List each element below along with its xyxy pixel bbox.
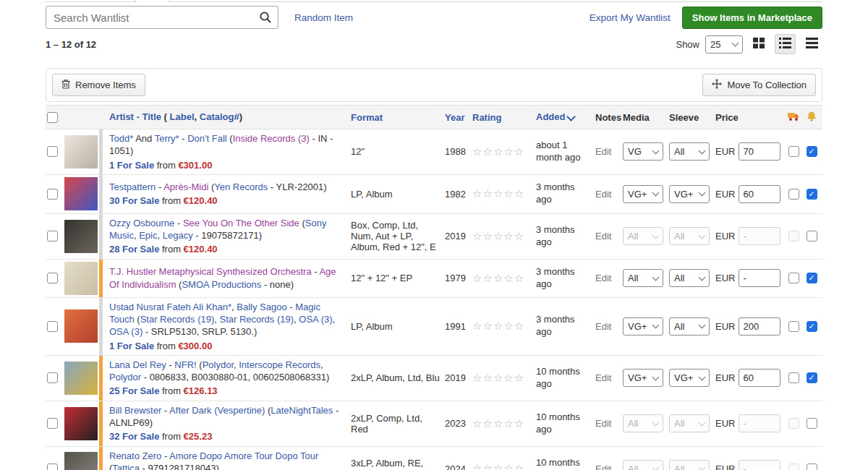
notify-checkbox[interactable]: [807, 231, 817, 242]
release-link[interactable]: SMOA Productions: [182, 279, 261, 290]
edit-notes-link[interactable]: Edit: [595, 146, 611, 157]
select-all-checkbox[interactable]: [47, 112, 58, 123]
release-link[interactable]: Star Records (19): [219, 314, 294, 325]
rating-stars[interactable]: ☆☆☆☆☆: [472, 145, 524, 158]
row-checkbox[interactable]: [47, 418, 58, 429]
release-link[interactable]: Tattica: [112, 463, 140, 470]
release-thumbnail[interactable]: [64, 452, 98, 470]
max-price-input[interactable]: [739, 269, 780, 287]
row-checkbox[interactable]: [47, 273, 58, 283]
grid-view-button[interactable]: [749, 34, 769, 54]
sort-label[interactable]: Label: [170, 111, 195, 122]
rating-stars[interactable]: ☆☆☆☆☆: [472, 187, 524, 200]
release-thumbnail[interactable]: [64, 220, 98, 253]
shipping-checkbox[interactable]: [788, 146, 799, 157]
notify-checkbox[interactable]: [807, 321, 817, 332]
row-checkbox[interactable]: [47, 189, 58, 200]
visited-release-link[interactable]: Inside Records (3): [233, 133, 310, 144]
release-link[interactable]: Ozzy Osbourne: [109, 218, 174, 228]
sleeve-condition-select[interactable]: All: [669, 269, 710, 287]
shipping-checkbox[interactable]: [788, 273, 799, 283]
notify-checkbox[interactable]: [807, 463, 817, 470]
rating-stars[interactable]: ☆☆☆☆☆: [472, 462, 524, 470]
release-link[interactable]: NFR!: [174, 359, 196, 370]
notify-checkbox[interactable]: [807, 372, 817, 383]
sort-catalog[interactable]: Catalog#: [200, 111, 239, 122]
rating-stars[interactable]: ☆☆☆☆☆: [472, 230, 524, 243]
notify-checkbox[interactable]: [807, 189, 817, 200]
edit-notes-link[interactable]: Edit: [595, 231, 611, 242]
row-checkbox[interactable]: [47, 463, 58, 470]
edit-notes-link[interactable]: Edit: [595, 273, 611, 283]
sleeve-condition-select[interactable]: VG+: [669, 369, 710, 387]
sleeve-condition-select[interactable]: All: [669, 317, 710, 336]
release-thumbnail[interactable]: [64, 362, 98, 395]
release-link[interactable]: Lana Del Rey: [109, 359, 166, 370]
media-condition-select[interactable]: All: [623, 269, 663, 287]
show-per-page-select[interactable]: 25: [705, 35, 743, 54]
for-sale-link[interactable]: 32 For Sale: [109, 431, 159, 442]
random-item-link[interactable]: Random Item: [294, 12, 353, 23]
shipping-checkbox[interactable]: [788, 321, 799, 332]
release-link[interactable]: Testpattern: [109, 181, 156, 192]
notify-checkbox[interactable]: [807, 418, 817, 429]
visited-release-link[interactable]: T.J. Hustler Metaphysical Synthesized Or…: [109, 266, 312, 277]
release-link[interactable]: Interscope Records: [239, 359, 320, 370]
release-link[interactable]: Don't Fall: [187, 133, 227, 144]
for-sale-link[interactable]: 1 For Sale: [109, 160, 154, 171]
max-price-input[interactable]: [739, 369, 780, 387]
shipping-checkbox[interactable]: [788, 189, 799, 200]
max-price-input[interactable]: [739, 142, 780, 161]
release-link[interactable]: Ustad Nusrat Fateh Ali Khan*: [109, 302, 231, 312]
release-link[interactable]: OSA (3): [109, 326, 142, 337]
release-link[interactable]: Star Records (19): [140, 314, 215, 325]
sort-added[interactable]: Added: [536, 111, 574, 122]
release-link[interactable]: OSA (3): [299, 314, 332, 325]
search-icon[interactable]: [259, 11, 272, 26]
for-sale-link[interactable]: 1 For Sale: [109, 341, 154, 351]
release-link[interactable]: Polydor: [109, 372, 141, 383]
row-checkbox[interactable]: [47, 372, 58, 383]
max-price-input[interactable]: [739, 317, 780, 336]
row-checkbox[interactable]: [47, 231, 58, 242]
media-condition-select[interactable]: VG+: [623, 185, 663, 203]
export-wantlist-link[interactable]: Export My Wantlist: [590, 12, 671, 23]
sort-rating[interactable]: Rating: [472, 112, 501, 123]
media-condition-select[interactable]: VG: [623, 142, 663, 161]
row-checkbox[interactable]: [47, 146, 58, 157]
for-sale-link[interactable]: 30 For Sale: [109, 195, 159, 206]
rating-stars[interactable]: ☆☆☆☆☆: [472, 272, 524, 285]
compact-view-button[interactable]: [801, 34, 822, 54]
edit-notes-link[interactable]: Edit: [595, 418, 611, 429]
release-link[interactable]: Legacy: [163, 230, 193, 241]
visited-release-link[interactable]: See You On The Other Side: [183, 218, 299, 228]
rating-stars[interactable]: ☆☆☆☆☆: [472, 417, 524, 430]
release-link[interactable]: LateNightTales: [271, 405, 333, 416]
release-thumbnail[interactable]: [64, 309, 98, 343]
rating-stars[interactable]: ☆☆☆☆☆: [472, 320, 524, 333]
sleeve-condition-select[interactable]: All: [669, 142, 710, 161]
edit-notes-link[interactable]: Edit: [595, 372, 611, 383]
notify-checkbox[interactable]: [807, 146, 817, 157]
rating-stars[interactable]: ☆☆☆☆☆: [472, 372, 524, 385]
show-items-in-marketplace-button[interactable]: Show Items in Marketplace: [682, 7, 822, 29]
sort-format[interactable]: Format: [351, 112, 383, 123]
release-link[interactable]: Bill Brewster: [109, 405, 161, 416]
release-thumbnail[interactable]: [64, 407, 98, 440]
sort-year[interactable]: Year: [445, 112, 464, 123]
release-link[interactable]: Bally Sagoo: [237, 302, 286, 312]
release-thumbnail[interactable]: [64, 135, 98, 168]
list-view-button[interactable]: [775, 34, 796, 54]
search-input[interactable]: [46, 6, 278, 29]
release-link[interactable]: Polydor: [203, 359, 234, 370]
notify-checkbox[interactable]: [807, 273, 817, 283]
release-link[interactable]: Epic: [139, 230, 157, 241]
release-link[interactable]: Yen Records: [214, 181, 268, 192]
edit-notes-link[interactable]: Edit: [595, 463, 611, 470]
for-sale-link[interactable]: 25 For Sale: [109, 385, 159, 396]
max-price-input[interactable]: [739, 185, 780, 203]
shipping-checkbox[interactable]: [788, 372, 799, 383]
move-to-collection-button[interactable]: Move To Collection: [702, 74, 816, 96]
release-link[interactable]: Renato Zero: [109, 450, 161, 461]
row-checkbox[interactable]: [47, 321, 58, 332]
